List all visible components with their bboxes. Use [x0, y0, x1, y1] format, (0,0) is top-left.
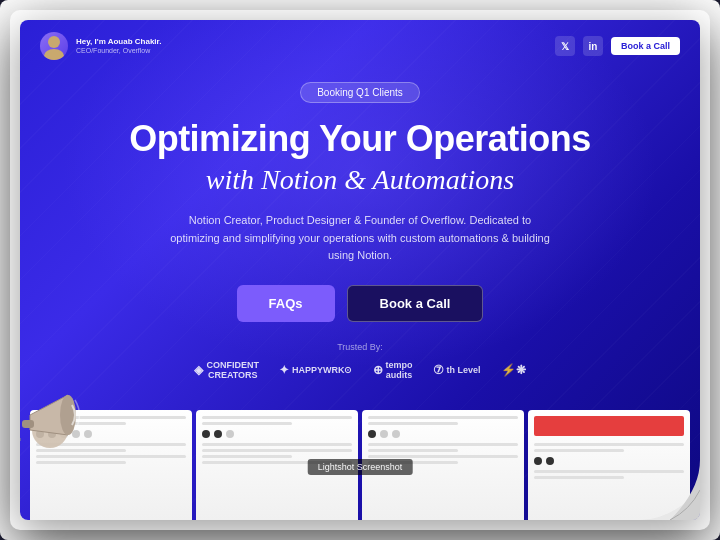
megaphone	[20, 380, 90, 460]
linkedin-icon[interactable]: in	[583, 36, 603, 56]
nav-text: Hey, I'm Aouab Chakir. CEO/Founder, Over…	[76, 37, 161, 55]
nav-right: 𝕏 in Book a Call	[555, 36, 680, 56]
lightshot-badge: Lightshot Screenshot	[308, 459, 413, 475]
nav-profile: Hey, I'm Aouab Chakir. CEO/Founder, Over…	[40, 32, 161, 60]
hero-section: Booking Q1 Clients Optimizing Your Opera…	[20, 72, 700, 412]
nav-title: CEO/Founder, Overflow	[76, 47, 161, 55]
hero-title-line2: with Notion & Automations	[60, 163, 660, 197]
logo-icon-1: ◈	[194, 363, 203, 377]
main-page: Hey, I'm Aouab Chakir. CEO/Founder, Over…	[20, 20, 700, 520]
logo-icon-2: ✦	[279, 363, 289, 377]
trusted-label: Trusted By:	[60, 342, 660, 352]
logo-icon-5: ⚡❋	[501, 363, 526, 377]
hero-title-line1: Optimizing Your Operations	[60, 119, 660, 159]
avatar	[40, 32, 68, 60]
svg-point-2	[60, 395, 76, 435]
navbar: Hey, I'm Aouab Chakir. CEO/Founder, Over…	[20, 20, 700, 72]
avatar-image	[40, 32, 68, 60]
trusted-logos: ◈ CONFIDENTCREATORS ✦ HAPPYWRK⊙ ⊕ tempoa…	[60, 360, 660, 380]
logo-brand5: ⚡❋	[501, 363, 526, 377]
svg-rect-3	[22, 420, 34, 428]
svg-rect-5	[20, 438, 21, 441]
faqs-button[interactable]: FAQs	[237, 285, 335, 322]
twitter-icon[interactable]: 𝕏	[555, 36, 575, 56]
page-curl	[640, 460, 700, 520]
logo-text-1: CONFIDENTCREATORS	[206, 360, 259, 380]
logo-confident-creators: ◈ CONFIDENTCREATORS	[194, 360, 259, 380]
hero-description: Notion Creator, Product Designer & Found…	[170, 212, 550, 265]
trusted-section: Trusted By: ◈ CONFIDENTCREATORS ✦ HAPPYW…	[60, 342, 660, 380]
booking-badge: Booking Q1 Clients	[300, 82, 420, 103]
logo-icon-4: ⑦	[433, 363, 444, 377]
logo-icon-3: ⊕	[373, 363, 383, 377]
screenshot-wrapper: Hey, I'm Aouab Chakir. CEO/Founder, Over…	[0, 0, 720, 540]
hero-buttons: FAQs Book a Call	[60, 285, 660, 322]
logo-tempo: ⊕ tempoaudits	[373, 360, 413, 380]
book-call-nav-button[interactable]: Book a Call	[611, 37, 680, 55]
logo-text-4: th Level	[447, 365, 481, 375]
nav-name: Hey, I'm Aouab Chakir.	[76, 37, 161, 47]
book-call-button[interactable]: Book a Call	[347, 285, 484, 322]
logo-text-2: HAPPYWRK⊙	[292, 365, 353, 375]
logo-7th-level: ⑦ th Level	[433, 363, 481, 377]
logo-text-3: tempoaudits	[386, 360, 413, 380]
logo-happywrk: ✦ HAPPYWRK⊙	[279, 363, 353, 377]
